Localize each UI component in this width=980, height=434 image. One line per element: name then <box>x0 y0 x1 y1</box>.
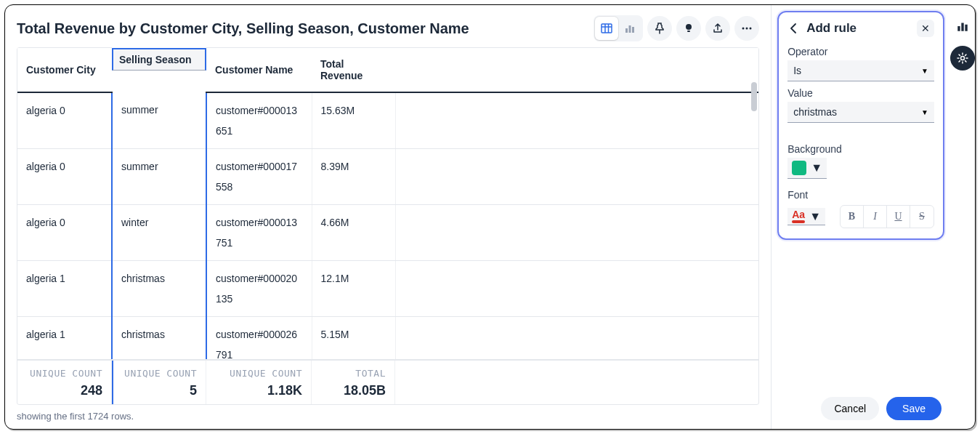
svg-point-15 <box>960 57 964 60</box>
value-select[interactable]: christmas▼ <box>787 102 934 123</box>
col-header-city[interactable]: Customer City <box>17 48 112 93</box>
chevron-down-icon: ▼ <box>921 67 928 75</box>
svg-rect-13 <box>961 23 963 31</box>
italic-button[interactable]: I <box>864 206 887 228</box>
strike-button[interactable]: S <box>910 206 934 228</box>
footer-text: showing the first 1724 rows. <box>17 405 759 422</box>
summary-value: 1.18K <box>215 383 302 398</box>
cell: customer#000013751 <box>206 205 312 261</box>
summary-row: UNIQUE COUNT248 UNIQUE COUNT5 UNIQUE COU… <box>17 359 758 404</box>
cell <box>395 92 758 149</box>
cell: algeria 0 <box>17 149 112 205</box>
chevron-down-icon: ▼ <box>921 108 928 116</box>
cell <box>395 205 758 261</box>
chevron-down-icon: ▼ <box>809 210 821 223</box>
rail-settings-button[interactable] <box>950 46 975 71</box>
svg-point-11 <box>750 28 752 30</box>
col-header-revenue[interactable]: Total Revenue <box>312 48 395 93</box>
summary-value: 248 <box>26 383 102 398</box>
cell: customer#000013651 <box>206 92 312 149</box>
cell: customer#000017558 <box>206 149 312 205</box>
cell: winter <box>112 205 206 261</box>
cell <box>395 261 758 317</box>
share-button[interactable] <box>705 16 730 41</box>
chart-view-button[interactable] <box>618 17 641 40</box>
font-style-group: B I U S <box>840 205 934 228</box>
table-row[interactable]: algeria 0summercustomer#0000175588.39M <box>17 149 758 205</box>
svg-rect-12 <box>957 26 960 31</box>
cell: 15.63M <box>312 92 395 149</box>
summary-label: UNIQUE COUNT <box>26 368 102 379</box>
value-value: christmas <box>793 106 837 118</box>
cell: 4.66M <box>312 205 395 261</box>
chevron-down-icon: ▼ <box>811 161 822 174</box>
cell: 12.1M <box>312 261 395 317</box>
cell: summer <box>112 92 206 149</box>
font-color-swatch <box>792 220 805 223</box>
vertical-scrollbar[interactable] <box>751 82 757 346</box>
svg-rect-8 <box>687 31 690 32</box>
svg-rect-4 <box>625 28 628 33</box>
background-label: Background <box>787 143 934 155</box>
cell: customer#000020135 <box>206 261 312 317</box>
cell <box>395 149 758 205</box>
data-table: Customer City Selling Season Customer Na… <box>17 47 759 405</box>
add-rule-panel: Add rule ✕ Operator Is▼ Value christmas▼… <box>777 11 944 240</box>
col-header-empty <box>395 48 758 93</box>
font-color-picker[interactable]: Aa ▼ <box>787 208 825 225</box>
cell: summer <box>112 149 206 205</box>
underline-button[interactable]: U <box>887 206 910 228</box>
summary-value: 18.05B <box>320 383 386 398</box>
svg-rect-14 <box>965 25 967 31</box>
right-rail <box>950 5 975 429</box>
col-header-season[interactable]: Selling Season <box>112 48 206 71</box>
font-label: Font <box>787 189 934 201</box>
table-row[interactable]: algeria 0summercustomer#00001365115.63M <box>17 92 758 149</box>
summary-value: 5 <box>122 383 197 398</box>
cell: algeria 0 <box>17 205 112 261</box>
svg-point-9 <box>742 28 745 30</box>
cell: algeria 0 <box>17 92 112 149</box>
summary-label: UNIQUE COUNT <box>122 368 197 379</box>
table-row[interactable]: algeria 0wintercustomer#0000137514.66M <box>17 205 758 261</box>
cell: algeria 1 <box>17 261 112 317</box>
operator-label: Operator <box>787 46 934 57</box>
operator-select[interactable]: Is▼ <box>787 60 934 81</box>
summary-label: TOTAL <box>320 368 386 379</box>
color-swatch <box>792 161 806 175</box>
close-button[interactable]: ✕ <box>917 20 934 37</box>
cell: christmas <box>112 261 206 317</box>
pin-button[interactable] <box>647 16 672 41</box>
table-row[interactable]: algeria 1christmascustomer#00002013512.1… <box>17 261 758 317</box>
bold-button[interactable]: B <box>841 206 864 228</box>
col-header-name[interactable]: Customer Name <box>206 48 312 93</box>
svg-rect-5 <box>629 25 631 33</box>
svg-point-7 <box>686 24 692 30</box>
more-button[interactable] <box>734 16 759 41</box>
background-color-picker[interactable]: ▼ <box>787 158 827 179</box>
page-title: Total Revenue by Customer City, Selling … <box>17 20 588 37</box>
font-aa-icon: Aa <box>792 209 805 220</box>
table-view-button[interactable] <box>595 17 618 40</box>
summary-label: UNIQUE COUNT <box>215 368 302 379</box>
panel-title: Add rule <box>806 21 911 36</box>
toolbar <box>594 15 759 41</box>
back-button[interactable] <box>787 22 801 35</box>
cancel-button[interactable]: Cancel <box>821 397 879 420</box>
svg-rect-0 <box>602 24 612 33</box>
rail-chart-button[interactable] <box>950 14 975 39</box>
svg-rect-6 <box>632 27 634 33</box>
operator-value: Is <box>793 65 801 76</box>
insight-button[interactable] <box>676 16 701 41</box>
view-toggle <box>594 15 643 41</box>
svg-point-10 <box>746 28 748 30</box>
cell: 8.39M <box>312 149 395 205</box>
value-label: Value <box>787 87 934 99</box>
save-button[interactable]: Save <box>886 397 941 420</box>
